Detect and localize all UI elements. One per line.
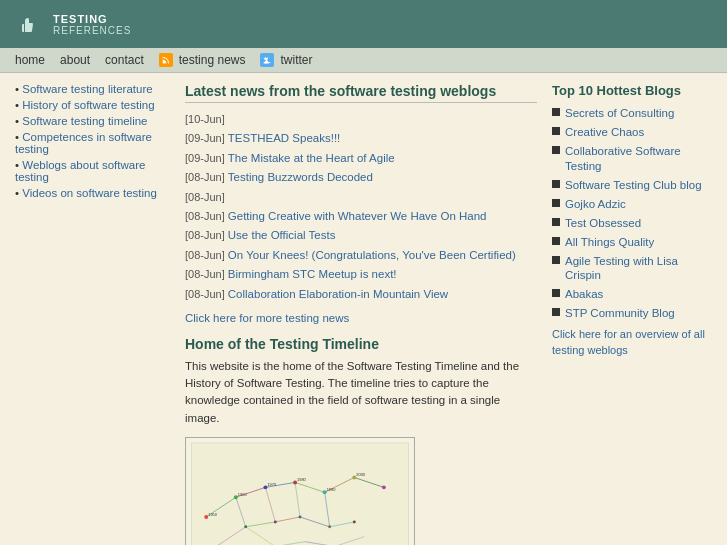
sidebar-link-videos[interactable]: Videos on software testing bbox=[15, 187, 170, 199]
blog-link-abakas[interactable]: Abakas bbox=[565, 287, 603, 302]
header-title-block: TESTING REFERENCES bbox=[53, 13, 131, 36]
svg-text:1970: 1970 bbox=[267, 482, 277, 487]
news-link-creative[interactable]: Getting Creative with Whatever We Have O… bbox=[228, 210, 487, 222]
left-sidebar: Software testing literature History of s… bbox=[15, 83, 170, 545]
news-link-testhead[interactable]: TESTHEAD Speaks!!! bbox=[228, 132, 340, 144]
svg-rect-3 bbox=[191, 443, 408, 545]
news-date: [08-Jun] bbox=[185, 288, 228, 300]
sidebar-link-history[interactable]: History of software testing bbox=[15, 99, 170, 111]
blog-item: Creative Chaos bbox=[552, 125, 712, 140]
blog-bullet bbox=[552, 308, 560, 316]
svg-point-29 bbox=[382, 485, 386, 489]
news-item: [08-Jun] bbox=[185, 189, 537, 205]
blog-link-stc-club[interactable]: Software Testing Club blog bbox=[565, 178, 702, 193]
blog-bullet bbox=[552, 237, 560, 245]
news-date: [08-Jun] bbox=[185, 171, 228, 183]
news-item: [08-Jun] Use the Official Tests bbox=[185, 227, 537, 243]
sidebar-link-timeline[interactable]: Software testing timeline bbox=[15, 115, 170, 127]
blog-item: Abakas bbox=[552, 287, 712, 302]
nav-home[interactable]: home bbox=[15, 53, 45, 67]
right-sidebar: Top 10 Hottest Blogs Secrets of Consulti… bbox=[552, 83, 712, 545]
news-link-knees[interactable]: On Your Knees! (Congratulations, You've … bbox=[228, 249, 516, 261]
blog-bullet bbox=[552, 289, 560, 297]
news-date: [08-Jun] bbox=[185, 210, 228, 222]
twitter-icon bbox=[260, 53, 274, 67]
news-date: [09-Jun] bbox=[185, 152, 228, 164]
svg-point-31 bbox=[274, 520, 277, 523]
news-item: [08-Jun] Testing Buzzwords Decoded bbox=[185, 169, 537, 185]
news-link-buzzwords[interactable]: Testing Buzzwords Decoded bbox=[228, 171, 373, 183]
blog-link-stp[interactable]: STP Community Blog bbox=[565, 306, 675, 321]
blog-link-gojko[interactable]: Gojko Adzic bbox=[565, 197, 626, 212]
svg-text:1960: 1960 bbox=[238, 492, 248, 497]
center-content: Latest news from the software testing we… bbox=[185, 83, 537, 545]
svg-point-32 bbox=[299, 515, 302, 518]
blog-link-test-obsessed[interactable]: Test Obsessed bbox=[565, 216, 641, 231]
more-news-link[interactable]: Click here for more testing news bbox=[185, 312, 537, 324]
news-link-agile[interactable]: The Mistake at the Heart of Agile bbox=[228, 152, 395, 164]
news-section-title: Latest news from the software testing we… bbox=[185, 83, 537, 103]
news-date: [08-Jun] bbox=[185, 268, 228, 280]
blog-bullet bbox=[552, 146, 560, 154]
news-link-birmingham[interactable]: Birmingham STC Meetup is next! bbox=[228, 268, 397, 280]
news-date: [08-Jun] bbox=[185, 229, 228, 241]
nav-about[interactable]: about bbox=[60, 53, 90, 67]
blog-link-agile-testing[interactable]: Agile Testing with Lisa Crispin bbox=[565, 254, 712, 284]
blog-bullet bbox=[552, 218, 560, 226]
sidebar-link-literature[interactable]: Software testing literature bbox=[15, 83, 170, 95]
svg-text:2000: 2000 bbox=[356, 472, 366, 477]
svg-text:1950: 1950 bbox=[208, 512, 218, 517]
svg-point-30 bbox=[244, 525, 247, 528]
blog-item: Gojko Adzic bbox=[552, 197, 712, 212]
news-item: [10-Jun] bbox=[185, 111, 537, 127]
header-title: TESTING bbox=[53, 13, 131, 25]
top-blogs-title: Top 10 Hottest Blogs bbox=[552, 83, 712, 98]
blog-link-creative-chaos[interactable]: Creative Chaos bbox=[565, 125, 644, 140]
header: TESTING REFERENCES bbox=[0, 0, 727, 48]
timeline-image[interactable]: 1950 1960 1970 1980 1990 2000 bbox=[185, 437, 415, 545]
main-content: Software testing literature History of s… bbox=[0, 73, 727, 545]
blog-item: Software Testing Club blog bbox=[552, 178, 712, 193]
news-item: [08-Jun] Getting Creative with Whatever … bbox=[185, 208, 537, 224]
news-date: [10-Jun] bbox=[185, 113, 225, 125]
news-date: [09-Jun] bbox=[185, 132, 228, 144]
news-item: [09-Jun] The Mistake at the Heart of Agi… bbox=[185, 150, 537, 166]
nav-testing-news[interactable]: testing news bbox=[159, 53, 246, 67]
blog-bullet bbox=[552, 256, 560, 264]
nav-contact[interactable]: contact bbox=[105, 53, 144, 67]
blog-item: All Things Quality bbox=[552, 235, 712, 250]
blog-link-all-things-quality[interactable]: All Things Quality bbox=[565, 235, 654, 250]
nav-twitter[interactable]: twitter bbox=[260, 53, 312, 67]
svg-point-34 bbox=[353, 520, 356, 523]
logo-icon bbox=[15, 10, 43, 38]
rss-icon bbox=[159, 53, 173, 67]
blog-link-secrets[interactable]: Secrets of Consulting bbox=[565, 106, 674, 121]
navbar: home about contact testing news twitter bbox=[0, 48, 727, 73]
blog-link-collaborative[interactable]: Collaborative Software Testing bbox=[565, 144, 712, 174]
blog-item: STP Community Blog bbox=[552, 306, 712, 321]
blog-item: Agile Testing with Lisa Crispin bbox=[552, 254, 712, 284]
blog-item: Test Obsessed bbox=[552, 216, 712, 231]
svg-text:1990: 1990 bbox=[327, 487, 337, 492]
blog-bullet bbox=[552, 199, 560, 207]
news-item: [08-Jun] Collaboration Elaboration-in Mo… bbox=[185, 286, 537, 302]
news-link-collaboration[interactable]: Collaboration Elaboration-in Mountain Vi… bbox=[228, 288, 448, 300]
news-item: [09-Jun] TESTHEAD Speaks!!! bbox=[185, 130, 537, 146]
blog-item: Secrets of Consulting bbox=[552, 106, 712, 121]
news-link-official[interactable]: Use the Official Tests bbox=[228, 229, 336, 241]
blog-bullet bbox=[552, 108, 560, 116]
svg-text:1980: 1980 bbox=[297, 477, 307, 482]
news-date: [08-Jun] bbox=[185, 191, 225, 203]
blog-bullet bbox=[552, 127, 560, 135]
home-section-title: Home of the Testing Timeline bbox=[185, 336, 537, 352]
news-date: [08-Jun] bbox=[185, 249, 228, 261]
svg-point-33 bbox=[328, 525, 331, 528]
header-subtitle: REFERENCES bbox=[53, 25, 131, 36]
blogs-overview-link[interactable]: Click here for an overview of all testin… bbox=[552, 327, 712, 358]
news-item: [08-Jun] Birmingham STC Meetup is next! bbox=[185, 266, 537, 282]
home-description: This website is the home of the Software… bbox=[185, 358, 537, 427]
sidebar-link-competences[interactable]: Competences in software testing bbox=[15, 131, 170, 155]
blog-item: Collaborative Software Testing bbox=[552, 144, 712, 174]
news-item: [08-Jun] On Your Knees! (Congratulations… bbox=[185, 247, 537, 263]
sidebar-link-weblogs[interactable]: Weblogs about software testing bbox=[15, 159, 170, 183]
